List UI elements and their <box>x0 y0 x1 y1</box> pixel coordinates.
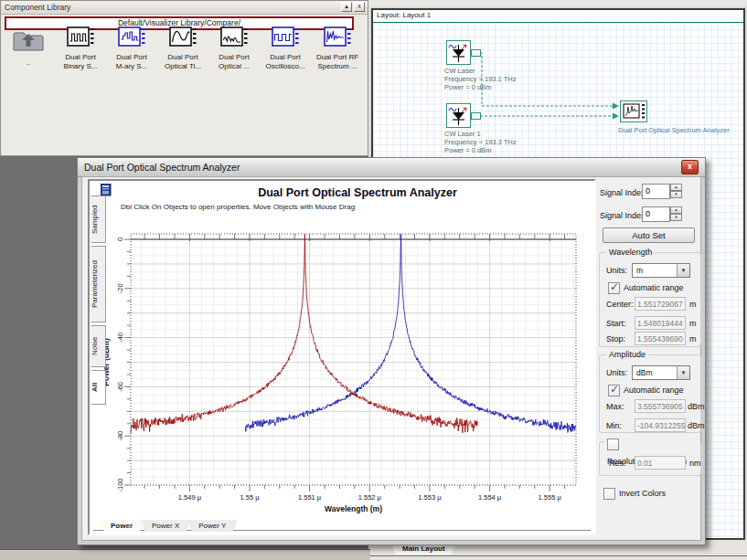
laser-output-port[interactable] <box>471 49 481 57</box>
min-label: Min: <box>606 421 622 430</box>
component-label: CW Laser 1 Frequency = 193.3 THz Power =… <box>444 130 516 154</box>
report-icon[interactable] <box>101 184 112 196</box>
library-item-label: Dual Port RFSpectrum ... <box>310 53 365 71</box>
tab-power[interactable]: Power <box>99 520 144 532</box>
svg-text:1.554 µ: 1.554 µ <box>478 493 502 502</box>
stop-input: 1.555438690 <box>635 332 686 345</box>
library-item[interactable]: .. <box>8 26 48 68</box>
resolution-header: ✓ Resolution Bandwidth <box>605 436 700 449</box>
layout-title-row: Layout: Layout 1 <box>373 10 743 23</box>
library-item-label: Dual PortM-ary S... <box>107 53 156 71</box>
tab-parameterized[interactable]: Parameterized <box>91 246 106 322</box>
resolution-bandwidth-checkbox[interactable]: ✓ <box>607 438 619 450</box>
osa-dialog-window: Dual Port Optical Spectrum Analyzer x Du… <box>77 157 706 545</box>
chevron-down-icon[interactable]: ▼ <box>677 366 689 379</box>
start-unit: m <box>689 319 697 328</box>
close-icon[interactable]: x <box>681 160 699 174</box>
component-library-window: Component Library ▴ x Default/Visualizer… <box>0 0 368 156</box>
oscilloscope-icon <box>272 26 299 50</box>
library-item[interactable]: Dual Port RFSpectrum ... <box>310 26 365 71</box>
dialog-body: Dual Port Optical Spectrum Analyzer Dbl … <box>81 176 701 541</box>
spin-down-icon[interactable]: ▼ <box>670 191 682 198</box>
center-input: 1.551729067 <box>635 297 686 311</box>
spin-up-icon[interactable]: ▲ <box>670 184 682 191</box>
tab-all[interactable]: All <box>91 370 106 405</box>
stop-label: Stop: <box>606 334 625 343</box>
spin-up-icon[interactable]: ▲ <box>670 206 682 214</box>
auto-set-button[interactable]: Auto Set <box>603 227 695 243</box>
library-item[interactable]: Dual PortOptical ... <box>209 26 259 71</box>
optical-time-icon <box>169 26 197 50</box>
invert-colors-checkbox[interactable]: ✓ <box>603 488 615 500</box>
signal-index-2-spinner[interactable]: ▲ ▼ <box>670 206 682 222</box>
library-item[interactable]: Dual PortOptical Ti... <box>158 26 208 71</box>
component-library-titlebar[interactable]: Component Library ▴ x <box>1 1 368 15</box>
max-label: Max: <box>606 402 624 411</box>
start-label: Start: <box>606 319 626 328</box>
collapse-icon[interactable]: ▴ <box>341 2 352 12</box>
rf-spectrum-icon <box>324 26 351 50</box>
component-label: CW Laser Frequency = 193.1 THz Power = 0… <box>444 67 516 91</box>
library-item-label: Dual PortOscillosco... <box>261 53 310 71</box>
wavelength-auto-range-checkbox[interactable]: ✓ <box>608 282 620 294</box>
auto-range-label: Automatic range <box>624 386 684 395</box>
osa-component-label: Dual Port Optical Spectrum Analyzer <box>618 126 730 134</box>
library-item-label: Dual PortOptical ... <box>209 53 259 71</box>
tab-noise[interactable]: Noise <box>91 325 106 367</box>
min-input: -104.9312255 <box>635 418 686 432</box>
folder-up-icon <box>12 26 45 56</box>
signal-index-2-input[interactable]: 0 <box>642 206 670 222</box>
signal-index-1-spinner[interactable]: ▲ ▼ <box>670 184 682 199</box>
layout-title: Layout: Layout 1 <box>377 11 431 19</box>
cw-laser-component[interactable] <box>446 40 471 65</box>
units-value: m <box>636 266 643 275</box>
max-unit: dBm <box>688 402 705 411</box>
osa-component[interactable] <box>620 100 647 122</box>
svg-text:1.55 µ: 1.55 µ <box>240 493 260 502</box>
spin-down-icon[interactable]: ▼ <box>670 214 682 221</box>
amplitude-auto-range-checkbox[interactable]: ✓ <box>608 385 620 396</box>
wavelength-units-dropdown[interactable]: m ▼ <box>632 263 690 278</box>
svg-text:Wavelength (m): Wavelength (m) <box>325 504 382 513</box>
laser-output-port[interactable] <box>471 112 481 120</box>
library-item[interactable]: Dual PortM-ary S... <box>107 26 156 71</box>
svg-text:1.552 µ: 1.552 µ <box>358 493 382 502</box>
res-unit: nm <box>689 459 701 468</box>
center-label: Center: <box>606 300 634 309</box>
svg-text:-20: -20 <box>116 283 124 293</box>
res-input: 0.01 <box>635 456 686 470</box>
wavelength-group-label: Wavelength <box>606 248 655 257</box>
auto-range-label: Automatic range <box>624 283 684 292</box>
library-item-label: Dual PortBinary S... <box>56 53 105 71</box>
tab-strip-line <box>370 555 747 556</box>
tab-power-y[interactable]: Power Y <box>187 520 238 532</box>
optical-spectrum-icon <box>220 26 248 50</box>
graph-panel: Dual Port Optical Spectrum Analyzer Dbl … <box>88 179 596 535</box>
svg-text:0: 0 <box>116 238 124 241</box>
svg-text:1.553 µ: 1.553 µ <box>418 493 442 502</box>
library-item-label: Dual PortOptical Ti... <box>158 53 208 71</box>
library-item[interactable]: Dual PortOscillosco... <box>261 26 310 71</box>
spectrum-display-icon <box>621 101 646 122</box>
library-item-label: .. <box>8 58 48 68</box>
cw-laser-1-component[interactable] <box>446 103 471 128</box>
bottom-edge-strip <box>0 549 370 560</box>
laser-diode-icon <box>447 104 470 127</box>
amplitude-units-dropdown[interactable]: dBm ▼ <box>632 365 690 380</box>
start-input: 1.548019444 <box>635 316 686 330</box>
signal-index-1-input[interactable]: 0 <box>642 184 670 199</box>
units-label: Units: <box>606 266 627 275</box>
spectrum-plot[interactable]: 1.549 µ1.55 µ1.551 µ1.552 µ1.553 µ1.554 … <box>101 228 599 515</box>
svg-text:1.549 µ: 1.549 µ <box>178 493 202 502</box>
chevron-down-icon[interactable]: ▼ <box>677 264 689 277</box>
stop-unit: m <box>689 334 697 343</box>
amplitude-group: Amplitude Units: dBm ▼ ✓ Automatic range… <box>599 354 701 433</box>
svg-text:1.551 µ: 1.551 µ <box>298 493 322 502</box>
dialog-titlebar[interactable]: Dual Port Optical Spectrum Analyzer x <box>78 158 705 177</box>
center-unit: m <box>689 300 697 309</box>
tab-power-x[interactable]: Power X <box>140 520 191 532</box>
library-item[interactable]: Dual PortBinary S... <box>56 26 105 71</box>
min-unit: dBm <box>688 421 705 430</box>
close-icon[interactable]: x <box>354 2 365 12</box>
tab-sampled[interactable]: Sampled <box>91 195 106 243</box>
